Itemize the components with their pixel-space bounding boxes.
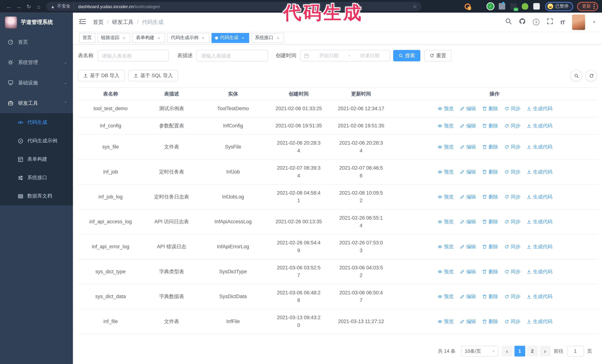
action-编辑[interactable]: 编辑: [459, 168, 476, 176]
page-size-select[interactable]: 10条/页 ▾: [461, 346, 498, 357]
github-icon[interactable]: [519, 18, 526, 26]
tab-close-icon[interactable]: ×: [240, 36, 246, 40]
action-生成代码[interactable]: 生成代码: [526, 143, 552, 151]
profile-paused-button[interactable]: 已暂停: [545, 2, 573, 11]
sidebar-item-系统管理[interactable]: 系统管理⌄: [0, 52, 73, 73]
search-icon[interactable]: [505, 18, 512, 26]
extension-animal-icon[interactable]: [522, 3, 528, 10]
sidebar-subitem-代码生成示例[interactable]: 代码生成示例: [0, 132, 73, 150]
menu-kebab-icon[interactable]: [593, 4, 595, 9]
tab-close-icon[interactable]: ×: [275, 36, 281, 40]
sidebar-item-研发工具[interactable]: 研发工具⌃: [0, 93, 73, 113]
action-同步[interactable]: 同步: [504, 268, 520, 275]
action-同步[interactable]: 同步: [504, 105, 520, 112]
extensions-puzzle-icon[interactable]: [533, 3, 540, 10]
tab-close-icon[interactable]: ×: [156, 36, 162, 40]
action-编辑[interactable]: 编辑: [459, 243, 476, 250]
reload-icon[interactable]: ↻: [24, 3, 34, 10]
action-同步[interactable]: 同步: [504, 318, 520, 325]
forward-icon[interactable]: →: [14, 3, 24, 10]
search-button[interactable]: 搜索: [393, 50, 420, 61]
action-生成代码[interactable]: 生成代码: [526, 105, 552, 112]
action-预览[interactable]: 预览: [437, 318, 454, 325]
action-编辑[interactable]: 编辑: [459, 193, 476, 201]
action-编辑[interactable]: 编辑: [459, 268, 476, 275]
action-编辑[interactable]: 编辑: [459, 218, 476, 226]
toggle-search-button[interactable]: [570, 70, 582, 81]
goto-page-input[interactable]: [567, 346, 584, 357]
tab-close-icon[interactable]: ×: [200, 36, 206, 40]
action-预览[interactable]: 预览: [437, 243, 454, 250]
action-生成代码[interactable]: 生成代码: [526, 122, 552, 130]
tab-代码生成[interactable]: 代码生成×: [212, 33, 249, 43]
chevron-down-icon[interactable]: ▼: [592, 20, 596, 24]
sidebar-subitem-代码生成[interactable]: </>代码生成: [0, 113, 73, 131]
action-预览[interactable]: 预览: [437, 268, 454, 275]
action-同步[interactable]: 同步: [504, 293, 520, 300]
action-删除[interactable]: 删除: [481, 218, 498, 226]
sql-import-button[interactable]: 基于 SQL 导入: [128, 70, 178, 81]
reset-button[interactable]: 重置: [424, 50, 452, 61]
tab-close-icon[interactable]: ×: [121, 36, 127, 40]
action-预览[interactable]: 预览: [437, 122, 454, 130]
extension-gem-icon[interactable]: [475, 3, 482, 10]
refresh-table-button[interactable]: [586, 70, 597, 81]
action-删除[interactable]: 删除: [481, 243, 498, 250]
tab-代码生成示例[interactable]: 代码生成示例×: [167, 33, 209, 43]
action-生成代码[interactable]: 生成代码: [526, 218, 552, 226]
tab-链路追踪[interactable]: 链路追踪×: [97, 33, 130, 43]
extension-orange-icon[interactable]: 1: [464, 3, 471, 10]
bookmark-star-icon[interactable]: ☆: [412, 3, 417, 9]
avatar[interactable]: [572, 14, 585, 30]
home-icon[interactable]: ⌂: [34, 3, 44, 10]
action-同步[interactable]: 同步: [504, 122, 520, 130]
action-删除[interactable]: 删除: [481, 268, 498, 275]
help-icon[interactable]: ?: [533, 19, 539, 25]
action-删除[interactable]: 删除: [481, 168, 498, 176]
action-生成代码[interactable]: 生成代码: [526, 193, 552, 201]
action-生成代码[interactable]: 生成代码: [526, 318, 552, 325]
extension-sliders-icon[interactable]: [498, 3, 505, 10]
extension-dark-icon[interactable]: on: [510, 3, 516, 10]
sidebar-item-首页[interactable]: 首页: [0, 32, 73, 52]
sidebar-subitem-表单构建[interactable]: 表单构建: [0, 150, 73, 168]
breadcrumb-item[interactable]: 研发工具: [112, 19, 134, 26]
action-删除[interactable]: 删除: [481, 293, 498, 300]
action-编辑[interactable]: 编辑: [459, 143, 476, 151]
table-desc-input[interactable]: [196, 50, 268, 61]
action-编辑[interactable]: 编辑: [459, 293, 476, 300]
action-删除[interactable]: 删除: [481, 318, 498, 325]
action-编辑[interactable]: 编辑: [459, 105, 476, 112]
action-生成代码[interactable]: 生成代码: [526, 293, 552, 300]
tab-系统接口[interactable]: 系统接口×: [252, 33, 284, 43]
action-同步[interactable]: 同步: [504, 193, 520, 201]
action-删除[interactable]: 删除: [481, 105, 498, 112]
action-编辑[interactable]: 编辑: [459, 122, 476, 130]
page-button-2[interactable]: 2: [527, 346, 538, 357]
action-预览[interactable]: 预览: [437, 293, 454, 300]
action-预览[interactable]: 预览: [437, 168, 454, 176]
page-button-1[interactable]: 1: [514, 346, 525, 357]
action-预览[interactable]: 预览: [437, 193, 454, 201]
chrome-update-button[interactable]: 更新: [577, 2, 598, 11]
action-同步[interactable]: 同步: [504, 143, 520, 151]
prev-page-button[interactable]: ‹: [502, 346, 512, 357]
action-生成代码[interactable]: 生成代码: [526, 243, 552, 250]
action-预览[interactable]: 预览: [437, 143, 454, 151]
action-删除[interactable]: 删除: [481, 193, 498, 201]
tab-表单构建[interactable]: 表单构建×: [132, 33, 165, 43]
action-生成代码[interactable]: 生成代码: [526, 268, 552, 275]
db-import-button[interactable]: 基于 DB 导入: [78, 70, 125, 81]
address-bar[interactable]: ▲ 不安全 dashboard.yudao.iocoder.cn /tool/c…: [46, 2, 422, 11]
breadcrumb-item[interactable]: 首页: [93, 19, 104, 26]
tab-首页[interactable]: 首页: [79, 33, 95, 43]
action-预览[interactable]: 预览: [437, 105, 454, 112]
next-page-button[interactable]: ›: [540, 346, 550, 357]
hamburger-icon[interactable]: [79, 18, 86, 26]
sidebar-subitem-系统接口[interactable]: 系统接口: [0, 168, 73, 187]
action-删除[interactable]: 删除: [481, 122, 498, 130]
sidebar-subitem-数据库文档[interactable]: 数据库文档: [0, 187, 73, 205]
date-range-picker[interactable]: 开始日期 - 结束日期: [300, 50, 390, 61]
sidebar-item-基础设施[interactable]: 基础设施⌄: [0, 73, 73, 93]
action-编辑[interactable]: 编辑: [459, 318, 476, 325]
